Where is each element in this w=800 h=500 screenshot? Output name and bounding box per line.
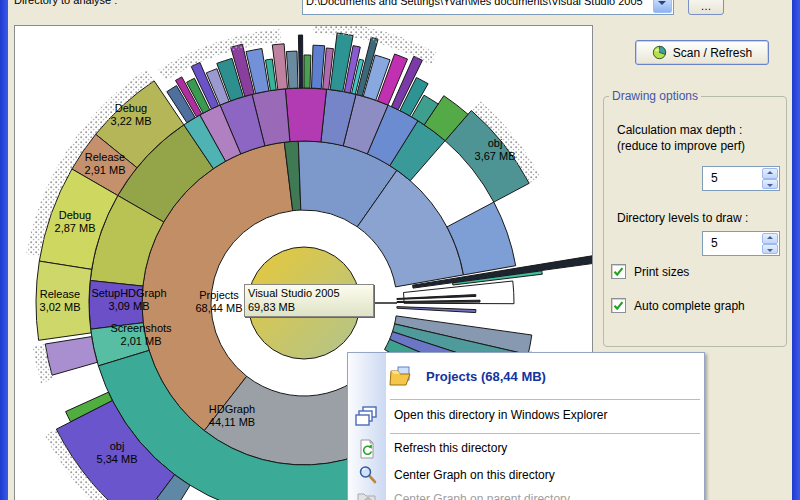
chart-sector-label: Debug 3,22 MB xyxy=(111,102,152,128)
scan-refresh-label: Scan / Refresh xyxy=(673,46,752,60)
chart-sector-label: Screenshots 2,01 MB xyxy=(110,322,171,348)
drawing-options-title: Drawing options xyxy=(609,89,701,103)
chart-sector-label: obj 5,34 MB xyxy=(97,440,138,466)
folder-up-icon xyxy=(357,490,377,500)
hdgraph-window: { "topbar": { "label": "Directory to ana… xyxy=(0,0,800,500)
chart-sector-label: Release 2,91 MB xyxy=(85,151,126,177)
open-folder-icon xyxy=(389,365,413,387)
chart-sector-label: Release 3,02 MB xyxy=(40,288,81,314)
arrow-up-icon xyxy=(767,236,773,239)
context-menu-header: Projects (68,44 MB) xyxy=(348,363,704,399)
auto-complete-checkbox-row[interactable]: Auto complete graph xyxy=(611,298,745,313)
scan-refresh-button[interactable]: Scan / Refresh xyxy=(635,40,769,65)
levels-input[interactable]: 5 xyxy=(702,231,780,256)
arrow-up-icon xyxy=(767,171,773,174)
chart-sector-label: HDGraph 44,11 MB xyxy=(209,403,255,429)
chart-sector[interactable] xyxy=(298,35,303,88)
directory-path-value[interactable]: D:\Documents and Settings\Yvan\Mes docum… xyxy=(306,0,643,7)
window-border-right xyxy=(792,0,800,500)
menu-item-center-parent[interactable]: Center Graph on parent directory xyxy=(348,488,704,500)
context-menu: Projects (68,44 MB) Open this directory … xyxy=(347,352,705,500)
directory-combobox[interactable]: D:\Documents and Settings\Yvan\Mes docum… xyxy=(302,0,674,15)
auto-complete-checkbox[interactable] xyxy=(611,298,626,313)
levels-up-button[interactable] xyxy=(762,233,778,244)
pie-chart-icon xyxy=(652,45,667,60)
calc-depth-sublabel: (reduce to improve perf) xyxy=(617,139,745,153)
levels-value[interactable]: 5 xyxy=(711,236,718,250)
chart-sector-label: obj 3,67 MB xyxy=(475,137,516,163)
print-sizes-checkbox-row[interactable]: Print sizes xyxy=(611,264,689,279)
calc-depth-label: Calculation max depth : xyxy=(617,123,742,137)
menu-item-label: Open this directory in Windows Explorer xyxy=(394,408,607,422)
calc-depth-up-button[interactable] xyxy=(762,168,778,179)
arrow-down-icon xyxy=(767,249,773,252)
chart-sector[interactable] xyxy=(304,55,311,88)
calc-depth-input[interactable]: 5 xyxy=(702,166,780,191)
refresh-icon xyxy=(358,439,376,459)
hover-tooltip: Visual Studio 2005 69,83 MB xyxy=(244,284,374,317)
menu-item-center-this[interactable]: Center Graph on this directory xyxy=(348,462,704,488)
menu-item-label: Refresh this directory xyxy=(394,441,507,455)
browse-button[interactable]: … xyxy=(688,0,724,15)
menu-separator xyxy=(390,433,700,434)
checkmark-icon xyxy=(612,265,625,278)
menu-item-open-explorer[interactable]: Open this directory in Windows Explorer xyxy=(348,401,704,431)
magnifier-icon xyxy=(358,465,378,485)
print-sizes-label: Print sizes xyxy=(634,265,689,279)
menu-item-label: Center Graph on parent directory xyxy=(394,492,570,500)
calc-depth-down-button[interactable] xyxy=(762,179,778,190)
chart-sector[interactable] xyxy=(286,51,298,88)
combo-dropdown-button[interactable] xyxy=(653,0,672,13)
calc-depth-value[interactable]: 5 xyxy=(711,171,718,185)
tooltip-directory-size: 69,83 MB xyxy=(248,300,370,314)
directory-label: Directory to analyse : xyxy=(14,0,300,13)
windows-cascade-icon xyxy=(355,404,379,428)
chart-sector-label: Debug 2,87 MB xyxy=(55,209,96,235)
chart-sector[interactable] xyxy=(312,45,325,88)
arrow-down-icon xyxy=(767,184,773,187)
print-sizes-checkbox[interactable] xyxy=(611,264,626,279)
levels-down-button[interactable] xyxy=(762,244,778,255)
checkmark-icon xyxy=(612,299,625,312)
levels-label: Directory levels to draw : xyxy=(617,211,748,225)
menu-item-refresh[interactable]: Refresh this directory xyxy=(348,436,704,462)
menu-separator xyxy=(390,399,700,400)
chart-sector-label: SetupHDGraph 3,09 MB xyxy=(91,287,166,313)
tooltip-directory-name: Visual Studio 2005 xyxy=(248,286,370,300)
menu-item-label: Center Graph on this directory xyxy=(394,468,555,482)
chevron-down-icon xyxy=(658,1,666,9)
window-border-left xyxy=(0,0,8,500)
chart-sector[interactable] xyxy=(285,88,326,142)
chart-sector-label: Projects 68,44 MB xyxy=(195,289,242,315)
auto-complete-label: Auto complete graph xyxy=(634,299,745,313)
chart-sector[interactable] xyxy=(45,337,97,376)
context-menu-title: Projects (68,44 MB) xyxy=(426,369,546,384)
chart-sector[interactable] xyxy=(397,307,476,313)
